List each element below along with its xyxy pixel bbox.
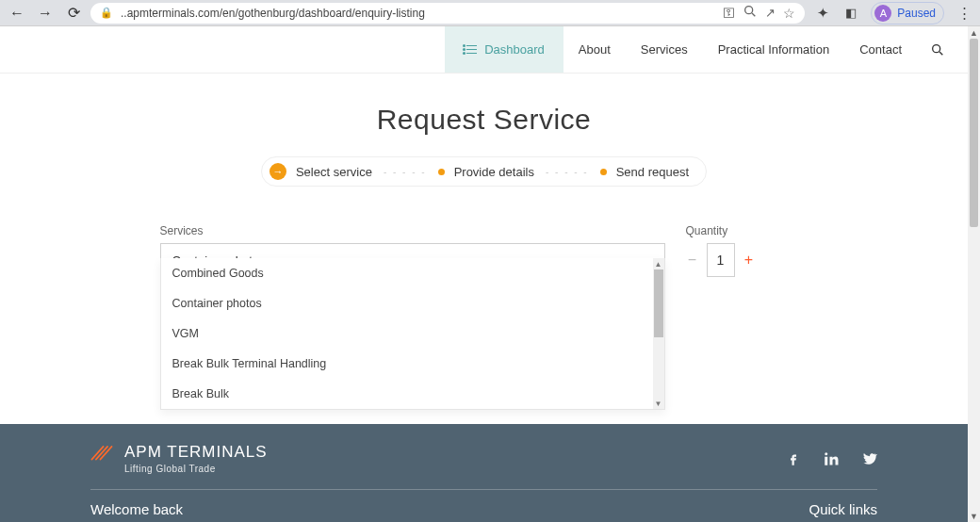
site-footer: APM TERMINALS Lifting Global Trade xyxy=(0,424,968,522)
scroll-thumb[interactable] xyxy=(970,39,978,227)
quantity-input[interactable] xyxy=(707,243,735,277)
lock-icon: 🔒 xyxy=(100,7,113,19)
nav-practical[interactable]: Practical Information xyxy=(703,26,845,73)
svg-point-0 xyxy=(745,7,753,14)
bookmark-icon[interactable]: ☆ xyxy=(783,6,795,21)
panel-icon[interactable]: ◧ xyxy=(842,5,859,22)
step-3-label: Send request xyxy=(616,165,689,179)
chrome-right-icons: ✦ ◧ A Paused ⋮ xyxy=(814,2,974,24)
step-divider: - - - - - xyxy=(384,167,427,177)
step-dot xyxy=(438,169,445,175)
page-title: Request Service xyxy=(0,104,968,136)
dropdown-scrollbar[interactable]: ▲ ▼ xyxy=(653,258,664,409)
service-option[interactable]: VGM xyxy=(161,318,653,349)
scroll-up-arrow[interactable]: ▲ xyxy=(653,258,664,269)
quantity-decrement[interactable]: − xyxy=(686,252,699,269)
scroll-thumb[interactable] xyxy=(654,269,663,337)
scroll-up-arrow[interactable]: ▲ xyxy=(970,26,978,39)
social-links xyxy=(785,450,877,467)
services-dropdown: Combined Goods Container photos VGM Brea… xyxy=(160,258,665,410)
nav-search-icon[interactable] xyxy=(917,26,945,73)
profile-status: Paused xyxy=(897,7,936,20)
footer-quick-links[interactable]: Quick links xyxy=(808,501,877,517)
share-icon[interactable]: ↗ xyxy=(765,6,776,20)
zoom-icon[interactable] xyxy=(743,4,758,22)
twitter-icon[interactable] xyxy=(860,450,877,467)
step-send-request: Send request xyxy=(600,165,689,179)
svg-rect-4 xyxy=(825,456,827,465)
step-divider: - - - - - xyxy=(546,167,589,177)
extensions-icon[interactable]: ✦ xyxy=(814,5,831,22)
nav-dashboard[interactable]: Dashboard xyxy=(445,26,564,73)
key-icon[interactable]: ⚿ xyxy=(723,6,735,20)
brand-name: APM TERMINALS xyxy=(124,443,268,462)
brand-tagline: Lifting Global Trade xyxy=(124,464,268,474)
quantity-increment[interactable]: + xyxy=(743,252,756,269)
step-1-label: Select service xyxy=(296,165,372,179)
svg-point-2 xyxy=(933,44,940,52)
step-provide-details: Provide details xyxy=(438,165,534,179)
back-button[interactable]: ← xyxy=(9,6,24,21)
list-icon xyxy=(464,45,477,55)
quantity-label: Quantity xyxy=(686,224,808,237)
brand-logo-icon xyxy=(90,443,119,462)
step-active-dot: → xyxy=(270,163,286,180)
facebook-icon[interactable] xyxy=(785,450,802,467)
forward-button[interactable]: → xyxy=(38,6,53,21)
nav-contact[interactable]: Contact xyxy=(844,26,917,73)
address-bar[interactable]: 🔒 ..apmterminals.com/en/gothenburg/dashb… xyxy=(90,3,805,24)
step-select-service: → Select service xyxy=(270,163,372,180)
footer-brand: APM TERMINALS Lifting Global Trade xyxy=(90,443,268,474)
avatar: A xyxy=(874,5,891,22)
footer-welcome: Welcome back xyxy=(90,501,183,517)
page-content: Dashboard About Services Practical Infor… xyxy=(0,26,968,522)
nav-buttons: ← → ⟳ xyxy=(6,6,81,21)
step-dot xyxy=(600,169,607,175)
service-option[interactable]: Break Bulk Terminal Handling xyxy=(161,349,653,379)
nav-services[interactable]: Services xyxy=(626,26,703,73)
svg-line-1 xyxy=(752,13,755,16)
browser-toolbar: ← → ⟳ 🔒 ..apmterminals.com/en/gothenburg… xyxy=(0,0,980,26)
svg-line-3 xyxy=(939,52,942,55)
linkedin-icon[interactable] xyxy=(823,450,840,467)
more-icon[interactable]: ⋮ xyxy=(956,5,972,22)
site-nav: Dashboard About Services Practical Infor… xyxy=(0,26,968,73)
svg-point-5 xyxy=(825,452,827,455)
service-option[interactable]: Container photos xyxy=(161,288,653,318)
nav-about[interactable]: About xyxy=(564,26,626,73)
page-scrollbar[interactable]: ▲ ▼ xyxy=(968,26,980,522)
services-label: Services xyxy=(160,224,665,237)
profile-chip[interactable]: A Paused xyxy=(871,2,944,24)
reload-button[interactable]: ⟳ xyxy=(66,6,81,21)
scroll-down-arrow[interactable]: ▼ xyxy=(653,398,664,409)
service-option[interactable]: Break Bulk xyxy=(161,379,653,409)
step-2-label: Provide details xyxy=(454,165,534,179)
url-text: ..apmterminals.com/en/gothenburg/dashboa… xyxy=(121,7,715,20)
nav-dashboard-label: Dashboard xyxy=(484,42,545,57)
progress-stepper: → Select service - - - - - Provide detai… xyxy=(261,156,707,187)
scroll-down-arrow[interactable]: ▼ xyxy=(970,510,978,522)
service-option[interactable]: Combined Goods xyxy=(161,258,653,288)
